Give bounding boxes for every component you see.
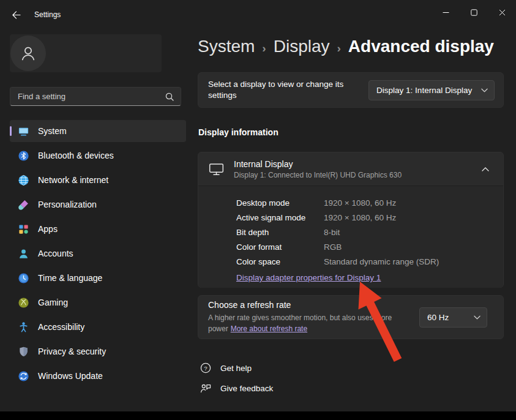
breadcrumb-display[interactable]: Display	[274, 37, 330, 56]
refresh-rate-description: A higher rate gives smoother motion, but…	[208, 313, 419, 334]
sidebar-item-label: Privacy & security	[38, 347, 106, 356]
give-feedback-link[interactable]: Give feedback	[200, 380, 273, 396]
profile-row[interactable]	[10, 34, 162, 72]
maximize-button[interactable]	[460, 0, 488, 24]
sidebar-item-label: Bluetooth & devices	[38, 151, 114, 160]
person-icon	[19, 44, 37, 62]
help-icon: ?	[200, 362, 211, 373]
info-label: Bit depth	[236, 228, 324, 237]
info-row-active-signal-mode: Active signal mode 1920 × 1080, 60 Hz	[236, 210, 493, 225]
info-row-bit-depth: Bit depth 8-bit	[236, 225, 493, 239]
help-footer: ? Get help Give feedback	[200, 360, 273, 400]
sidebar-item-accessibility[interactable]: Accessibility	[10, 316, 186, 338]
display-select-value: Display 1: Internal Display	[376, 86, 472, 95]
select-display-label: Select a display to view or change its s…	[208, 79, 368, 101]
gaming-icon	[18, 297, 29, 309]
apps-icon	[18, 223, 29, 235]
sidebar-item-accounts[interactable]: Accounts	[10, 242, 186, 264]
breadcrumb: System › Display › Advanced display	[198, 37, 494, 56]
monitor-icon	[209, 163, 224, 176]
page-title: Advanced display	[348, 37, 494, 56]
info-label: Color space	[236, 257, 324, 266]
main-content: System › Display › Advanced display Sele…	[198, 29, 516, 411]
personalization-icon	[18, 199, 29, 211]
search-icon[interactable]	[165, 92, 174, 101]
accounts-icon	[18, 248, 29, 260]
display-select-dropdown[interactable]: Display 1: Internal Display	[368, 80, 495, 100]
refresh-rate-text: Choose a refresh rate A higher rate give…	[208, 300, 419, 334]
sidebar-item-network-internet[interactable]: Network & internet	[10, 169, 186, 191]
display-info-header[interactable]: Internal Display Display 1: Connected to…	[198, 152, 503, 186]
sidebar-item-label: Gaming	[38, 298, 68, 307]
info-label: Desktop mode	[236, 198, 324, 208]
sidebar-item-personalization[interactable]: Personalization	[10, 193, 186, 216]
minimize-button[interactable]	[432, 0, 460, 24]
sidebar-item-gaming[interactable]: Gaming	[10, 291, 186, 313]
feedback-icon	[200, 383, 211, 394]
info-row-color-format: Color format RGB	[236, 239, 493, 254]
sidebar-item-privacy-security[interactable]: Privacy & security	[10, 340, 186, 362]
info-label: Color format	[236, 242, 324, 252]
close-button[interactable]	[488, 0, 516, 24]
time-language-icon	[18, 272, 29, 284]
sidebar-item-label: System	[38, 126, 67, 136]
sidebar-item-label: Apps	[38, 224, 58, 234]
sidebar-item-bluetooth-devices[interactable]: Bluetooth & devices	[10, 144, 186, 167]
back-button[interactable]	[6, 5, 26, 24]
window-controls	[432, 0, 516, 24]
refresh-rate-card: Choose a refresh rate A higher rate give…	[198, 295, 504, 339]
chevron-down-icon	[474, 315, 480, 320]
sidebar-item-time-language[interactable]: Time & language	[10, 267, 186, 289]
sidebar-item-label: Personalization	[38, 200, 97, 209]
get-help-link[interactable]: ? Get help	[200, 360, 273, 376]
info-label: Active signal mode	[236, 213, 324, 222]
info-value: 8-bit	[324, 228, 340, 237]
sidebar-item-windows-update[interactable]: Windows Update	[10, 365, 186, 387]
settings-nav: System Bluetooth & devices Network & int…	[10, 120, 186, 389]
refresh-rate-dropdown[interactable]: 60 Hz	[419, 307, 487, 328]
avatar	[10, 36, 46, 71]
chevron-right-icon: ›	[262, 39, 266, 55]
breadcrumb-system[interactable]: System	[198, 37, 255, 56]
collapse-expander-button[interactable]	[475, 159, 496, 179]
sidebar-item-label: Network & internet	[38, 175, 108, 185]
display-info-body: Desktop mode 1920 × 1080, 60 Hz Active s…	[198, 186, 503, 288]
display-name: Internal Display	[234, 159, 402, 169]
bluetooth-icon	[18, 150, 29, 162]
display-adapter-properties-link[interactable]: Display adapter properties for Display 1	[236, 273, 381, 282]
search-input[interactable]	[10, 92, 165, 101]
info-value: RGB	[324, 242, 342, 252]
chevron-right-icon: ›	[337, 39, 341, 55]
back-arrow-icon	[12, 11, 21, 19]
chevron-down-icon	[481, 88, 488, 92]
info-row-desktop-mode: Desktop mode 1920 × 1080, 60 Hz	[236, 195, 493, 210]
sidebar-item-label: Time & language	[38, 273, 102, 283]
refresh-rate-value: 60 Hz	[427, 313, 449, 322]
select-display-card: Select a display to view or change its s…	[198, 72, 504, 108]
sidebar-item-apps[interactable]: Apps	[10, 218, 186, 240]
svg-text:?: ?	[204, 365, 207, 372]
search-box	[10, 87, 181, 106]
network-icon	[18, 174, 29, 186]
display-info-titles: Internal Display Display 1: Connected to…	[234, 159, 402, 179]
windows-update-icon	[18, 370, 29, 382]
system-icon	[18, 126, 29, 137]
maximize-icon	[471, 9, 477, 16]
accessibility-icon	[18, 321, 29, 333]
give-feedback-label: Give feedback	[220, 384, 273, 393]
info-value: 1920 × 1080, 60 Hz	[324, 198, 396, 208]
sidebar-item-system[interactable]: System	[10, 120, 186, 142]
app-title: Settings	[34, 10, 61, 19]
privacy-security-icon	[18, 346, 29, 358]
display-subtitle: Display 1: Connected to Intel(R) UHD Gra…	[234, 171, 402, 179]
sidebar-item-label: Accounts	[38, 249, 73, 258]
more-about-refresh-rate-link[interactable]: More about refresh rate	[231, 324, 307, 333]
display-information-card: Internal Display Display 1: Connected to…	[198, 152, 504, 288]
sidebar: System Bluetooth & devices Network & int…	[0, 29, 196, 411]
display-information-heading: Display information	[198, 127, 279, 137]
info-row-color-space: Color space Standard dynamic range (SDR)	[236, 254, 493, 269]
minimize-icon	[443, 9, 449, 16]
titlebar: Settings	[0, 0, 516, 29]
get-help-label: Get help	[220, 364, 252, 373]
chevron-up-icon	[482, 167, 489, 171]
